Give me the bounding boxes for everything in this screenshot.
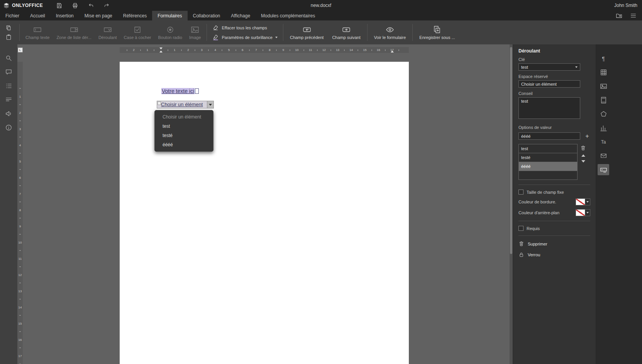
ribbon-tab[interactable]: Fichier — [0, 11, 25, 20]
delete-option-icon[interactable] — [580, 145, 586, 151]
fixed-size-checkbox-row[interactable]: Taille de champ fixe — [518, 190, 596, 195]
previous-field-button[interactable]: Champ précédent — [286, 20, 328, 44]
value-option-row[interactable]: éééé — [519, 162, 577, 171]
form-field-buttons-group: Champ texte Zone de liste dér... Déroula… — [22, 20, 204, 44]
fixed-size-checkbox[interactable] — [518, 190, 523, 195]
header-footer-icon — [600, 97, 607, 104]
document-page[interactable]: Votre texte ici Choisir un élément Chois… — [120, 62, 409, 364]
value-option-row[interactable]: test — [519, 144, 577, 153]
move-option-up-icon[interactable] — [581, 154, 585, 157]
lock-field-button[interactable]: Verrou — [518, 252, 596, 257]
dropdown-menu-item[interactable]: éééé — [155, 140, 213, 149]
no-color-swatch — [576, 210, 585, 216]
required-checkbox[interactable] — [518, 226, 523, 231]
options-list-buttons — [580, 144, 586, 180]
print-icon[interactable] — [72, 2, 78, 9]
form-settings-button[interactable] — [598, 164, 609, 175]
ribbon-tab[interactable]: Références — [118, 11, 152, 20]
border-color-label: Couleur de bordure. — [518, 200, 556, 204]
options-list-area: testtestééééé — [518, 144, 596, 180]
dropdown-menu-item[interactable]: test — [155, 122, 213, 131]
text-form-field-value[interactable]: Votre texte ici — [161, 88, 195, 94]
ribbon-tabs: FichierAccueilInsertionMise en pageRéfér… — [0, 11, 642, 20]
ribbon-tab[interactable]: Insertion — [51, 11, 79, 20]
table-settings-button[interactable] — [598, 67, 609, 78]
dropdown-form-field[interactable]: Choisir un élément — [157, 101, 214, 108]
headings-icon[interactable] — [5, 96, 12, 103]
dropdown-field-value[interactable]: Choisir un élément — [157, 101, 207, 108]
paragraph-settings-button[interactable]: ¶ — [598, 53, 609, 64]
radio-icon — [166, 25, 174, 34]
view-settings-hamburger-icon[interactable] — [630, 12, 637, 19]
image-field-button[interactable]: Image — [186, 20, 205, 44]
new-option-input[interactable] — [518, 132, 580, 140]
tab-stop-selector[interactable]: L — [18, 47, 23, 52]
placeholder-input[interactable] — [518, 80, 580, 88]
checkbox-field-button[interactable]: Case à cocher — [120, 20, 155, 44]
comments-icon[interactable] — [5, 68, 12, 76]
save-as-button[interactable]: Enregistrer sous ... — [415, 20, 459, 44]
border-color-button[interactable] — [576, 198, 590, 205]
vertical-scrollbar[interactable] — [510, 44, 513, 364]
add-option-button[interactable]: + — [584, 133, 591, 140]
chevron-down-icon — [586, 201, 589, 203]
panel-divider — [518, 185, 590, 185]
navigation-icon[interactable] — [5, 82, 12, 90]
scrollbar-thumb[interactable] — [510, 47, 512, 254]
paragraph-icon: ¶ — [602, 56, 605, 61]
form-settings-icon — [600, 166, 607, 173]
combo-box-button[interactable]: Zone de liste dér... — [53, 20, 95, 44]
view-form-button[interactable]: Voir le formulaire — [370, 20, 410, 44]
ribbon-tab[interactable]: Formulaires — [152, 11, 187, 20]
combo-dropdown-arrow[interactable] — [207, 101, 213, 108]
paste-icon[interactable] — [5, 34, 12, 41]
left-toolbar — [0, 44, 17, 364]
undo-icon[interactable] — [88, 2, 94, 9]
chevron-down-icon — [275, 37, 278, 38]
dropdown-button[interactable]: Déroulant — [95, 20, 120, 44]
text-field-button[interactable]: Champ texte — [22, 20, 53, 44]
highlight-settings-button[interactable]: Paramètres de surbrillance — [212, 34, 277, 41]
ribbon-tab[interactable]: Mise en page — [79, 11, 118, 20]
move-option-down-icon[interactable] — [581, 160, 585, 163]
text-form-field[interactable]: Votre texte ici — [161, 88, 199, 94]
delete-field-button[interactable]: Supprimer — [518, 241, 596, 247]
new-option-row: + — [518, 132, 596, 140]
ribbon-tab[interactable]: Modules complémentaires — [256, 11, 320, 20]
header-footer-settings-button[interactable] — [598, 95, 609, 106]
value-option-row[interactable] — [519, 171, 577, 180]
text-art-settings-button[interactable]: Ta — [598, 136, 609, 147]
dropdown-menu-item[interactable]: Choisir un élément — [155, 112, 213, 122]
clear-all-fields-button[interactable]: Effacer tous les champs — [212, 24, 277, 31]
value-option-row[interactable]: testé — [519, 153, 577, 162]
feedback-icon[interactable] — [5, 110, 12, 117]
open-file-location-icon[interactable] — [616, 12, 622, 19]
shape-settings-button[interactable] — [598, 108, 609, 120]
required-checkbox-row[interactable]: Requis — [518, 226, 596, 231]
save-icon[interactable] — [56, 2, 63, 9]
dropdown-field-icon — [103, 25, 112, 34]
about-icon[interactable] — [5, 124, 12, 131]
background-color-button[interactable] — [576, 209, 590, 216]
field-drag-handle[interactable] — [158, 102, 161, 105]
ribbon-tab[interactable]: Collaboration — [188, 11, 226, 20]
combo-box-icon — [70, 25, 78, 34]
copy-icon[interactable] — [5, 25, 12, 31]
image-settings-button[interactable] — [598, 81, 609, 92]
search-icon[interactable] — [5, 54, 12, 62]
ribbon-tab[interactable]: Affichage — [225, 11, 256, 20]
chart-settings-button[interactable] — [598, 122, 609, 134]
left-indent-marker[interactable] — [159, 51, 163, 52]
next-field-button[interactable]: Champ suivant — [328, 20, 364, 44]
first-line-indent-marker[interactable] — [159, 47, 163, 49]
redo-icon[interactable] — [103, 2, 110, 9]
mail-merge-button[interactable] — [598, 150, 609, 161]
dropdown-menu-item[interactable]: testé — [155, 131, 213, 140]
ribbon-tab[interactable]: Accueil — [25, 11, 51, 20]
radio-button-field-button[interactable]: Bouton radio — [155, 20, 186, 44]
key-select[interactable]: test — [518, 63, 580, 71]
field-tools-group: Effacer tous les champs Paramètres de su… — [209, 20, 280, 44]
tip-textarea[interactable]: test — [518, 97, 580, 119]
ribbon-separator — [367, 24, 368, 41]
trash-icon — [518, 241, 524, 247]
